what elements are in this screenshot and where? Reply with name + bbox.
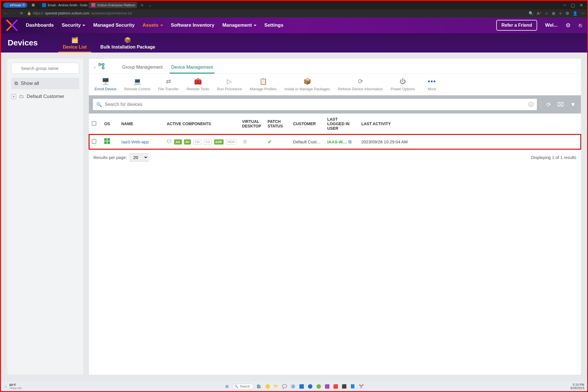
subtab-bulk-install[interactable]: 📦 Bulk Installation Package	[100, 37, 155, 53]
tool-remote-control[interactable]: 💻Remote Control	[120, 76, 154, 93]
taskbar-app-icon[interactable]: 💬	[281, 383, 287, 389]
browser-tab-outlook[interactable]: Email - Andrea Smith - Outlook ×	[39, 2, 87, 8]
refresh-list-button[interactable]: ⟳	[545, 101, 552, 108]
taskbar-settings-icon[interactable]: ⚙️	[290, 383, 296, 389]
filter-button[interactable]: ▼	[569, 101, 577, 108]
tree-item-default-customer[interactable]: + 🗀 Default Customer	[7, 91, 83, 102]
tab-group-management[interactable]: Group Management	[120, 61, 164, 73]
nav-management[interactable]: Management	[222, 22, 257, 28]
tool-more[interactable]: •••More	[419, 76, 445, 93]
filter-bar: 🔍 ⓘ ⟳ ⌧ ▼	[89, 95, 581, 114]
nav-assets[interactable]: Assets	[143, 22, 163, 28]
taskbar-app-icon[interactable]: 🟪	[324, 383, 330, 389]
start-button[interactable]: ⊞	[224, 383, 230, 389]
taskbar-clock[interactable]: 5:19 PM 9/28/2023	[570, 383, 584, 390]
last-user-link[interactable]: IAAS-W…	[327, 139, 347, 144]
nav-settings[interactable]: Settings	[264, 22, 283, 28]
taskbar-app-icon[interactable]: ⬛	[341, 383, 347, 389]
chevron-left-icon[interactable]: ‹	[94, 65, 95, 70]
taskbar-search[interactable]: 🔍Search	[232, 384, 254, 389]
browser-tab-xcitium[interactable]: Xcitium Enterprise Platform ×	[89, 2, 137, 8]
taskbar-snip-icon[interactable]: ✂️	[358, 383, 364, 389]
gear-icon[interactable]: ⚙	[566, 22, 571, 29]
chevron-down-icon	[82, 22, 85, 28]
tool-refresh-info[interactable]: ⟳Refresh Device Information	[334, 76, 387, 93]
device-search[interactable]: 🔍 ⓘ	[93, 99, 537, 110]
run-procedure-icon: ▷	[227, 78, 232, 85]
row-checkbox[interactable]	[92, 139, 96, 144]
col-last-user[interactable]: LAST LOGGED IN USER	[324, 114, 358, 134]
nav-managed-security[interactable]: Managed Security	[93, 22, 135, 28]
subtab-device-list[interactable]: 🗂️ Device List	[63, 37, 87, 53]
nav-software-inventory[interactable]: Software Inventory	[171, 22, 214, 28]
svg-rect-4	[104, 138, 107, 141]
group-search-input[interactable]	[11, 63, 79, 74]
tool-install-packages[interactable]: 📦Install or Manage Packages	[281, 76, 334, 93]
expand-icon[interactable]: +	[11, 94, 16, 99]
taskbar-word-icon[interactable]: 📘	[349, 383, 356, 389]
profile-icon[interactable]: 👤	[573, 11, 577, 16]
nav-forward-button: →	[11, 11, 16, 15]
inprivate-badge: 👤InPrivate⓪	[3, 3, 27, 8]
taskbar-app-icon[interactable]: 🟦	[298, 383, 305, 389]
signout-icon[interactable]: ⎋	[579, 22, 582, 29]
col-os[interactable]: OS	[101, 114, 118, 134]
taskbar-edge-icon[interactable]: 🔵	[307, 383, 313, 389]
collections-icon[interactable]: ✧	[559, 11, 562, 16]
tool-power-options[interactable]: ⏻Power Options	[387, 76, 419, 93]
more-icon[interactable]: ⋯	[581, 11, 585, 16]
patch-ok-icon: ✔	[268, 139, 272, 145]
taskbar-app-icon[interactable]: 🟥	[332, 383, 339, 389]
col-virtual-desktop[interactable]: VIRTUAL DESKTOP	[239, 114, 265, 134]
settings-icon[interactable]: ⚙	[566, 11, 569, 16]
url-field[interactable]: 🔒 https://openedr.platform.xcitium.com/a…	[27, 11, 526, 15]
window-maximize-button[interactable]: ▢	[569, 3, 577, 8]
nav-back-button[interactable]: ←	[3, 11, 8, 15]
col-components[interactable]: ACTIVE COMPONENTS	[164, 114, 239, 134]
tool-remote-tools[interactable]: 🧰Remote Tools	[183, 76, 213, 93]
tab-overflow-icon[interactable]: ⌄	[147, 3, 153, 7]
extension-icon[interactable]: ⊞	[552, 11, 555, 16]
window-minimize-button[interactable]: ─	[561, 3, 568, 8]
page-size-select[interactable]: 20	[130, 153, 148, 162]
welcome-label[interactable]: Wel...	[545, 22, 558, 28]
new-tab-button[interactable]: ＋	[138, 2, 146, 8]
favorite-icon[interactable]: ☆	[545, 11, 549, 16]
browser-tab-separator-icon[interactable]	[28, 2, 38, 8]
tool-file-transfer[interactable]: ⇄File Transfer	[154, 76, 183, 93]
device-toolbar: 🖥️Enroll Device 💻Remote Control ⇄File Tr…	[89, 74, 581, 95]
taskbar-explorer-icon[interactable]: 📁	[273, 383, 279, 389]
col-patch-status[interactable]: PATCH STATUS	[265, 114, 290, 134]
taskbar-chrome-icon[interactable]: 🟢	[315, 383, 322, 389]
taskbar-copilot-icon[interactable]: 🟡	[264, 383, 270, 389]
table-row[interactable]: IaaS-Web-app 🛡 AG AV FW CO EDR MDR	[89, 134, 581, 150]
show-all-button[interactable]: ⧉ Show all	[11, 78, 79, 89]
pager-display: Displaying 1 of 1 results	[531, 155, 576, 160]
taskbar-store-icon[interactable]: 🛍️	[256, 383, 262, 389]
device-search-input[interactable]	[105, 102, 526, 107]
zoom-icon[interactable]: 🔍	[529, 11, 533, 16]
nav-security[interactable]: Security	[62, 22, 85, 28]
device-name-link[interactable]: IaaS-Web-app	[121, 139, 149, 144]
col-customer[interactable]: CUSTOMER	[290, 114, 324, 134]
nav-refresh-button[interactable]: ⟳	[19, 11, 24, 15]
tool-run-procedure[interactable]: ▷Run Procedure	[213, 76, 246, 93]
tool-manage-profiles[interactable]: 📋Manage Profiles	[246, 76, 281, 93]
tab-device-management[interactable]: Device Management	[170, 61, 215, 73]
clear-filter-button[interactable]: ⌧	[556, 101, 565, 108]
refer-friend-button[interactable]: Refer a Friend	[496, 20, 537, 31]
active-components: 🛡 AG AV FW CO EDR MDR	[167, 139, 236, 145]
packages-icon: 📦	[303, 78, 311, 85]
select-all-checkbox[interactable]	[92, 121, 96, 126]
nav-dashboards[interactable]: Dashboards	[26, 22, 54, 28]
external-link-icon[interactable]: ⧉	[348, 139, 351, 144]
col-name[interactable]: NAME	[118, 114, 164, 134]
info-icon[interactable]: ⓘ	[528, 101, 533, 108]
readaloud-icon[interactable]: A⁺	[537, 11, 541, 16]
tool-enroll-device[interactable]: 🖥️Enroll Device	[91, 76, 120, 93]
hierarchy-icon[interactable]	[98, 63, 105, 72]
taskbar-weather[interactable]: 🌧️ 60°F Heavy rain	[4, 383, 22, 389]
svg-rect-0	[32, 4, 35, 6]
col-last-activity[interactable]: LAST ACTIVITY	[358, 114, 581, 134]
window-close-button[interactable]: ✕	[578, 3, 585, 8]
